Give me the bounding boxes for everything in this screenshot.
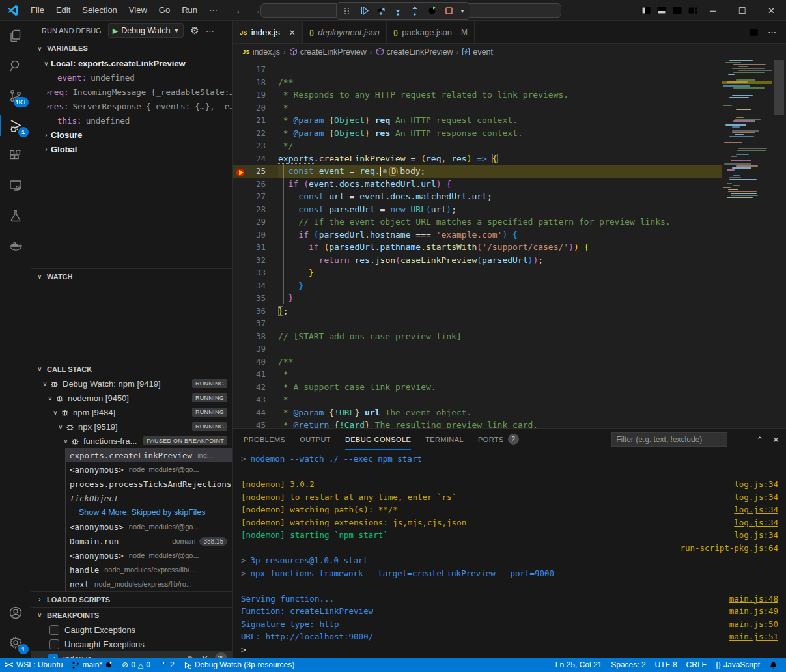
close-tab-icon[interactable]: ✕ xyxy=(289,28,296,37)
remote-indicator[interactable]: >< WSL: Ubuntu xyxy=(0,658,67,672)
sidebar-more-icon[interactable]: ⋯ xyxy=(206,26,215,36)
stack-frame[interactable]: nextnode_modules/express/lib/ro... xyxy=(65,577,232,591)
code-line-36[interactable]: 36}; xyxy=(233,305,722,318)
console-source-link[interactable]: main.js:48 xyxy=(729,594,778,604)
breakpoint-row[interactable]: ●✓index.js✎✕25 xyxy=(31,651,232,658)
console-row[interactable] xyxy=(233,466,786,479)
code-line-17[interactable]: 17 xyxy=(233,63,722,76)
console-source-link[interactable]: main.js:50 xyxy=(729,619,778,629)
variables-row[interactable]: ›Global xyxy=(31,142,232,156)
code-line-32[interactable]: 32 return res.json(caseLinkPreview(parse… xyxy=(233,254,722,267)
tab-deployment.json[interactable]: {}deployment.json xyxy=(303,21,387,43)
call-stack-session[interactable]: ∨npm [9484]RUNNING xyxy=(31,405,232,419)
call-stack-session[interactable]: ∨Debug Watch: npm [9419]RUNNING xyxy=(31,376,232,391)
console-row[interactable]: >npx functions-framework --target=create… xyxy=(233,567,786,580)
console-filter-input[interactable] xyxy=(611,432,727,447)
breakpoint-checkbox[interactable] xyxy=(49,639,59,649)
code-line-43[interactable]: 43 * xyxy=(233,393,722,406)
toggle-panel-icon[interactable] xyxy=(656,5,667,16)
code-line-31[interactable]: 31 if (parsedUrl.pathname.startsWith('/s… xyxy=(233,241,722,254)
show-more-label[interactable]: Show 4 More: Skipped by skipFiles xyxy=(70,508,206,517)
maximize-icon[interactable]: ☐ xyxy=(727,0,757,21)
menu-view[interactable]: View xyxy=(123,3,153,18)
stack-frame[interactable]: TickObject xyxy=(65,491,232,505)
section-call-stack[interactable]: ∨CALL STACK xyxy=(31,361,232,376)
console-source-link[interactable]: log.js:34 xyxy=(734,479,778,489)
tab-package.json[interactable]: {}package.jsonM xyxy=(387,21,475,43)
continue-icon[interactable] xyxy=(356,4,372,18)
encoding[interactable]: UTF-8 xyxy=(651,658,682,672)
code-editor[interactable]: 1718/**19 * Responds to any HTTP request… xyxy=(233,60,786,428)
start-debug-icon[interactable]: ▶ xyxy=(113,27,118,35)
variables-row[interactable]: ›Closure xyxy=(31,128,232,142)
indentation[interactable]: Spaces: 2 xyxy=(606,658,650,672)
debug-console-output[interactable]: >nodemon --watch ./ --exec npm start[nod… xyxy=(233,450,786,641)
panel-tab-problems[interactable]: PROBLEMS xyxy=(244,429,285,450)
menu-run[interactable]: Run xyxy=(176,3,203,18)
stack-frame[interactable]: process.processTicksAndRejections xyxy=(65,477,232,491)
menu-edit[interactable]: Edit xyxy=(50,3,76,18)
stack-frame[interactable]: handlenode_modules/express/lib/... xyxy=(65,563,232,577)
breadcrumb-item-createLinkPreview[interactable]: createLinkPreview xyxy=(289,48,367,57)
console-row[interactable]: >3p-resources@1.0.0 start xyxy=(233,554,786,567)
code-line-19[interactable]: 19 * Responds to any HTTP request relate… xyxy=(233,89,722,102)
customize-layout-icon[interactable] xyxy=(688,5,698,16)
console-row[interactable]: [nodemon] 3.0.2log.js:34 xyxy=(233,478,786,491)
code-line-30[interactable]: 30 if (parsedUrl.hostname === 'example.c… xyxy=(233,229,722,242)
section-loaded-scripts[interactable]: ›LOADED SCRIPTS xyxy=(31,591,232,607)
code-line-45[interactable]: 45 * @return {!Card} The resulting previ… xyxy=(233,419,722,428)
console-source-link[interactable]: main.js:51 xyxy=(729,632,778,641)
breakpoint-row[interactable]: Caught Exceptions xyxy=(31,623,232,637)
call-stack-session[interactable]: ∨functions-fra...PAUSED ON BREAKPOINT xyxy=(31,434,232,448)
call-stack-session[interactable]: ∨npx [9519]RUNNING xyxy=(31,419,232,434)
nav-back-icon[interactable]: ← xyxy=(235,5,245,16)
activity-run-and-debug-icon[interactable]: 1 xyxy=(0,111,31,141)
restart-icon[interactable] xyxy=(424,4,440,18)
code-line-39[interactable]: 39 xyxy=(233,343,722,356)
code-line-29[interactable]: 29 // If the event object URL matches a … xyxy=(233,216,722,229)
debug-toolbar-more-icon[interactable]: ▾ xyxy=(458,4,467,18)
launch-config-dropdown[interactable]: ▶ Debug Watch ▼ xyxy=(108,23,184,38)
code-line-24[interactable]: 24exports.createLinkPreview = (req, res)… xyxy=(233,152,722,165)
stack-frame[interactable]: exports.createLinkPreviewind... xyxy=(65,448,232,462)
nav-forward-icon[interactable]: → xyxy=(251,5,261,16)
toggle-sidebar-icon[interactable] xyxy=(641,5,651,16)
console-row[interactable]: [nodemon] watching path(s): **/*log.js:3… xyxy=(233,503,786,516)
console-row[interactable] xyxy=(233,580,786,593)
code-line-21[interactable]: 21 * @param {Object} req An HTTP request… xyxy=(233,114,722,127)
panel-tab-terminal[interactable]: TERMINAL xyxy=(425,429,464,450)
breakpoint-checkbox[interactable] xyxy=(49,625,59,635)
console-row[interactable]: >nodemon --watch ./ --exec npm start xyxy=(233,453,786,466)
activity-accounts-icon[interactable] xyxy=(0,598,31,628)
activity-docker-icon[interactable] xyxy=(0,231,31,260)
stack-frame[interactable]: <anonymous>node_modules/@go... xyxy=(65,548,232,563)
panel-tab-output[interactable]: OUTPUT xyxy=(300,429,331,450)
activity-settings-icon[interactable]: 1 xyxy=(0,628,31,658)
variables-row[interactable]: ›req:IncomingMessage {_readableState:… xyxy=(31,85,232,99)
git-branch-item[interactable]: main* xyxy=(67,658,117,672)
eol-sequence[interactable]: CRLF xyxy=(682,658,711,672)
editor-scrollbar[interactable] xyxy=(772,60,786,199)
variables-row[interactable]: event:undefined xyxy=(31,70,232,85)
toggle-secondary-sidebar-icon[interactable] xyxy=(672,5,682,16)
stack-frame[interactable]: <anonymous>node_modules/@go... xyxy=(65,462,232,477)
code-line-44[interactable]: 44 * @param {!URL} url The event object. xyxy=(233,406,722,419)
code-line-18[interactable]: 18/** xyxy=(233,76,722,89)
problems-item[interactable]: ⊘ 0 △ 0 xyxy=(117,658,155,672)
section-breakpoints[interactable]: ∨BREAKPOINTS xyxy=(31,607,232,623)
breadcrumb-item-event[interactable]: event xyxy=(462,48,493,57)
notifications-bell[interactable] xyxy=(765,658,782,672)
console-row[interactable]: URL: http://localhost:9000/main.js:51 xyxy=(233,630,786,641)
panel-tab-debug-console[interactable]: DEBUG CONSOLE xyxy=(345,429,411,450)
console-row[interactable]: [nodemon] starting `npm start`log.js:34 xyxy=(233,529,786,542)
breakpoint-row[interactable]: Uncaught Exceptions xyxy=(31,637,232,651)
console-row[interactable]: [nodemon] to restart at any time, enter … xyxy=(233,491,786,504)
debug-status-item[interactable]: Debug Watch (3p-resources) xyxy=(179,658,300,672)
variables-row[interactable]: ›res:ServerResponse {_events: {…}, _e… xyxy=(31,99,232,113)
close-panel-icon[interactable]: ✕ xyxy=(772,435,779,445)
code-line-27[interactable]: 27 const url = event.docs.matchedUrl.url… xyxy=(233,190,722,203)
language-mode[interactable]: {} JavaScript xyxy=(711,658,765,672)
activity-search-icon[interactable] xyxy=(0,51,31,81)
menu-file[interactable]: File xyxy=(25,3,50,18)
section-variables[interactable]: ∨VARIABLES xyxy=(31,40,232,56)
